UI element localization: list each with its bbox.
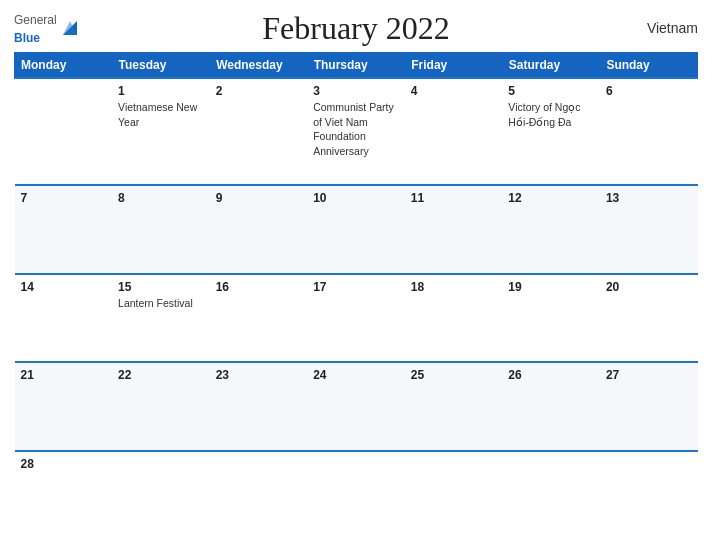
calendar-cell: 3Communist Party of Viet Nam Foundation … (307, 78, 405, 185)
day-number: 19 (508, 280, 594, 294)
day-number: 11 (411, 191, 497, 205)
calendar-cell: 6 (600, 78, 698, 185)
calendar-cell: 22 (112, 362, 210, 451)
day-number: 2 (216, 84, 302, 98)
day-number: 8 (118, 191, 204, 205)
calendar-cell: 17 (307, 274, 405, 363)
logo-general-text: General (14, 13, 57, 27)
day-number: 3 (313, 84, 399, 98)
day-number: 15 (118, 280, 204, 294)
col-friday: Friday (405, 53, 503, 79)
calendar-cell: 8 (112, 185, 210, 274)
day-number: 13 (606, 191, 692, 205)
day-number: 7 (21, 191, 107, 205)
page-title: February 2022 (262, 10, 450, 47)
day-number: 22 (118, 368, 204, 382)
day-number: 10 (313, 191, 399, 205)
calendar-cell: 10 (307, 185, 405, 274)
calendar-week-row: 1Vietnamese New Year23Communist Party of… (15, 78, 698, 185)
calendar-cell (405, 451, 503, 540)
day-number: 9 (216, 191, 302, 205)
day-number: 6 (606, 84, 692, 98)
day-number: 4 (411, 84, 497, 98)
page: General Blue February 2022 Vietnam Monda… (0, 0, 712, 550)
calendar-cell: 15Lantern Festival (112, 274, 210, 363)
calendar-cell: 11 (405, 185, 503, 274)
calendar-cell: 27 (600, 362, 698, 451)
calendar-cell (15, 78, 113, 185)
event-label: Communist Party of Viet Nam Foundation A… (313, 101, 394, 157)
country-label: Vietnam (647, 20, 698, 36)
col-tuesday: Tuesday (112, 53, 210, 79)
calendar-table: Monday Tuesday Wednesday Thursday Friday… (14, 52, 698, 540)
calendar-cell (112, 451, 210, 540)
col-sunday: Sunday (600, 53, 698, 79)
calendar-cell: 1Vietnamese New Year (112, 78, 210, 185)
day-number: 27 (606, 368, 692, 382)
col-saturday: Saturday (502, 53, 600, 79)
logo-triangle-icon (59, 17, 81, 39)
calendar-cell (502, 451, 600, 540)
calendar-header-row: Monday Tuesday Wednesday Thursday Friday… (15, 53, 698, 79)
calendar-cell: 26 (502, 362, 600, 451)
calendar-cell: 7 (15, 185, 113, 274)
calendar-cell: 13 (600, 185, 698, 274)
calendar-cell: 12 (502, 185, 600, 274)
calendar-cell: 20 (600, 274, 698, 363)
calendar-cell: 2 (210, 78, 308, 185)
event-label: Victory of Ngọc Hồi-Đống Đa (508, 101, 580, 128)
day-number: 28 (21, 457, 107, 471)
calendar-cell: 19 (502, 274, 600, 363)
col-thursday: Thursday (307, 53, 405, 79)
day-number: 20 (606, 280, 692, 294)
logo: General Blue (14, 10, 81, 46)
calendar-week-row: 78910111213 (15, 185, 698, 274)
calendar-cell: 5Victory of Ngọc Hồi-Đống Đa (502, 78, 600, 185)
col-monday: Monday (15, 53, 113, 79)
calendar-cell (307, 451, 405, 540)
logo-blue-text: Blue (14, 31, 40, 45)
day-number: 18 (411, 280, 497, 294)
day-number: 17 (313, 280, 399, 294)
day-number: 12 (508, 191, 594, 205)
calendar-cell: 14 (15, 274, 113, 363)
calendar-cell: 16 (210, 274, 308, 363)
calendar-cell: 25 (405, 362, 503, 451)
calendar-week-row: 1415Lantern Festival1617181920 (15, 274, 698, 363)
day-number: 14 (21, 280, 107, 294)
day-number: 21 (21, 368, 107, 382)
day-number: 16 (216, 280, 302, 294)
calendar-cell: 28 (15, 451, 113, 540)
col-wednesday: Wednesday (210, 53, 308, 79)
event-label: Vietnamese New Year (118, 101, 197, 128)
calendar-cell: 24 (307, 362, 405, 451)
event-label: Lantern Festival (118, 297, 193, 309)
calendar-cell: 9 (210, 185, 308, 274)
day-number: 5 (508, 84, 594, 98)
calendar-cell (600, 451, 698, 540)
calendar-week-row: 28 (15, 451, 698, 540)
header: General Blue February 2022 Vietnam (14, 10, 698, 46)
calendar-cell: 4 (405, 78, 503, 185)
day-number: 25 (411, 368, 497, 382)
calendar-week-row: 21222324252627 (15, 362, 698, 451)
day-number: 23 (216, 368, 302, 382)
calendar-cell: 23 (210, 362, 308, 451)
calendar-cell (210, 451, 308, 540)
day-number: 26 (508, 368, 594, 382)
calendar-cell: 21 (15, 362, 113, 451)
calendar-cell: 18 (405, 274, 503, 363)
day-number: 1 (118, 84, 204, 98)
day-number: 24 (313, 368, 399, 382)
